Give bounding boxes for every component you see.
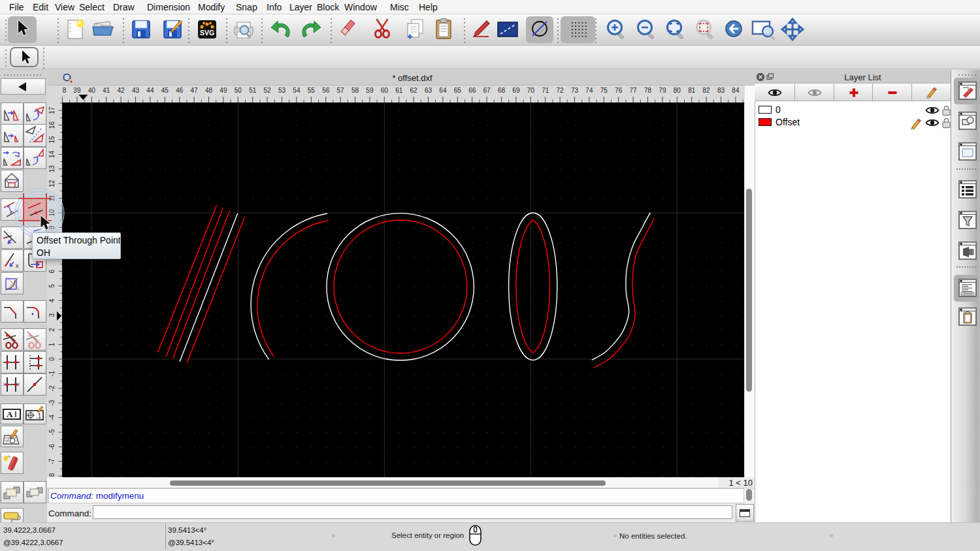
- svg-text:1: 1: [48, 342, 56, 346]
- svg-text:3: 3: [48, 313, 56, 317]
- svg-text:17: 17: [48, 106, 56, 114]
- svg-text:48: 48: [205, 87, 213, 94]
- svg-text:46: 46: [176, 87, 184, 94]
- svg-text:66: 66: [468, 87, 476, 94]
- svg-text:14: 14: [48, 150, 56, 158]
- svg-text:-5: -5: [48, 429, 56, 435]
- svg-text:53: 53: [278, 87, 286, 94]
- svg-text:79: 79: [659, 87, 666, 94]
- svg-text:57: 57: [337, 87, 345, 94]
- svg-text:41: 41: [103, 87, 110, 94]
- svg-text:69: 69: [512, 87, 520, 94]
- svg-text:-6: -6: [48, 444, 56, 450]
- svg-text:78: 78: [644, 87, 652, 94]
- svg-text:command: command: [962, 292, 972, 295]
- svg-text:-2: -2: [48, 385, 56, 391]
- svg-text:54: 54: [293, 87, 301, 94]
- svg-text:39: 39: [73, 87, 81, 94]
- svg-text:77: 77: [630, 87, 638, 94]
- svg-text:13: 13: [48, 165, 56, 173]
- svg-text:80: 80: [674, 87, 681, 94]
- svg-text:0: 0: [48, 357, 56, 361]
- svg-text:62: 62: [410, 87, 418, 94]
- svg-text:68: 68: [498, 87, 506, 94]
- svg-text:4: 4: [48, 298, 56, 302]
- svg-text:-4: -4: [48, 415, 56, 420]
- svg-text:45: 45: [161, 87, 169, 94]
- svg-text:52: 52: [264, 87, 272, 94]
- svg-text:51: 51: [249, 87, 257, 94]
- svg-text:76: 76: [615, 87, 623, 94]
- svg-text:65: 65: [454, 87, 462, 94]
- svg-text:56: 56: [322, 87, 330, 94]
- svg-text:-3: -3: [48, 400, 56, 405]
- svg-text:59: 59: [366, 87, 374, 94]
- svg-text:70: 70: [527, 87, 535, 94]
- svg-text:6: 6: [48, 269, 56, 273]
- svg-text:63: 63: [425, 87, 433, 94]
- svg-text:43: 43: [132, 87, 140, 94]
- svg-text:-1: -1: [48, 371, 56, 377]
- svg-text:50: 50: [235, 87, 242, 94]
- svg-text:75: 75: [600, 87, 608, 94]
- svg-text:82: 82: [703, 87, 711, 94]
- svg-text:16: 16: [48, 121, 56, 129]
- svg-text:84: 84: [732, 87, 740, 94]
- svg-text:83: 83: [717, 87, 725, 94]
- svg-text:5: 5: [48, 284, 56, 288]
- svg-text:42: 42: [118, 87, 125, 94]
- svg-text:15: 15: [48, 136, 56, 144]
- svg-text:40: 40: [88, 87, 96, 94]
- svg-text:44: 44: [146, 87, 154, 94]
- svg-text:72: 72: [557, 87, 564, 94]
- svg-text:73: 73: [571, 87, 579, 94]
- svg-text:2: 2: [48, 328, 56, 332]
- svg-text:12: 12: [48, 180, 56, 187]
- svg-text:-7: -7: [48, 458, 56, 464]
- svg-text:49: 49: [220, 87, 227, 94]
- svg-text:60: 60: [381, 87, 389, 94]
- svg-text:47: 47: [191, 87, 199, 94]
- svg-text:74: 74: [585, 87, 593, 94]
- svg-text:58: 58: [351, 87, 359, 94]
- svg-text:55: 55: [308, 87, 316, 94]
- svg-text:67: 67: [483, 87, 491, 94]
- svg-text:64: 64: [439, 87, 447, 94]
- svg-text:81: 81: [688, 87, 696, 94]
- svg-text:61: 61: [395, 87, 403, 94]
- svg-text:71: 71: [542, 87, 549, 94]
